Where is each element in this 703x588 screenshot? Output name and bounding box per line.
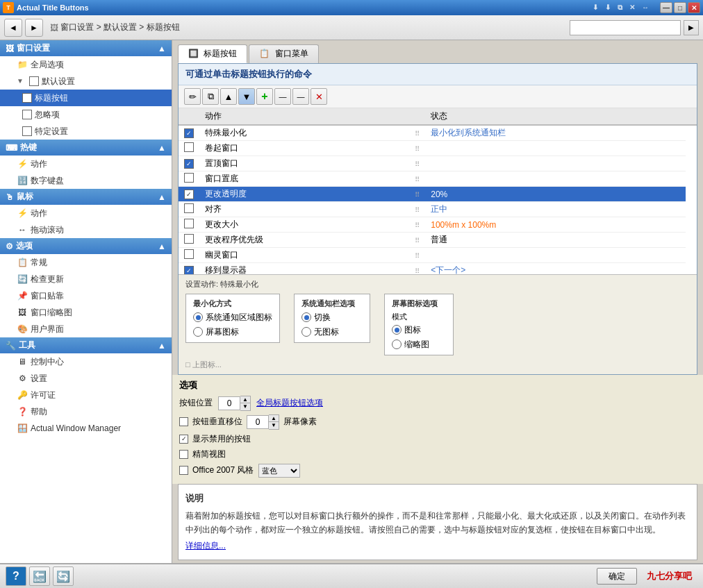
search-go-btn[interactable]: ▶ — [684, 20, 699, 35]
spin-up[interactable]: ▲ — [240, 396, 250, 403]
button-pos-input[interactable] — [218, 396, 240, 410]
sidebar-item-license[interactable]: 🔑 许可证 — [0, 387, 172, 403]
radio-noicon[interactable]: 无图标 — [301, 326, 363, 338]
vertical-offset-check[interactable] — [179, 417, 188, 426]
sidebar-item-control-center[interactable]: 🖥 控制中心 — [0, 353, 172, 370]
row-check-4[interactable] — [184, 173, 194, 183]
radio-thumbnail[interactable]: 缩略图 — [392, 339, 446, 351]
close-btn[interactable]: ✕ — [688, 2, 700, 13]
radio-screenicon-btn[interactable] — [193, 327, 203, 337]
sidebar-item-ignore[interactable]: 忽略项 — [0, 106, 172, 123]
forward-btn[interactable]: ► — [25, 19, 43, 37]
down-btn[interactable]: ▼ — [238, 88, 255, 105]
action-table: 动作 状态 ✓ 特殊最小化 ⠿ 最小化到系统通知栏 — [179, 108, 697, 274]
radio-systray[interactable]: 系统通知区域图标 — [193, 312, 272, 324]
sidebar-item-global[interactable]: 📁 全局选项 — [0, 56, 172, 73]
sidebar-item-thumbnail[interactable]: 🖼 窗口缩略图 — [0, 304, 172, 321]
tab-title-buttons[interactable]: 🔲 标题按钮 — [178, 44, 247, 63]
status-cell-10: <下一个> — [425, 263, 686, 274]
sticker-icon: 📌 — [17, 290, 28, 301]
radio-toggle[interactable]: 切换 — [301, 312, 363, 324]
add-btn[interactable]: + — [256, 88, 273, 105]
sidebar-header-hotkeys[interactable]: ⌨ 热键 ▲ — [0, 140, 172, 156]
sep-btn-2[interactable]: — — [292, 88, 309, 105]
row-check-5[interactable]: ✓ — [184, 190, 194, 199]
table-row[interactable]: 幽灵窗口 ⠿ — [179, 248, 697, 263]
radio-toggle-btn[interactable] — [301, 312, 311, 322]
sidebar-item-numkeyboard[interactable]: 🔢 数字键盘 — [0, 172, 172, 189]
office-check[interactable] — [179, 466, 188, 475]
sidebar-item-general[interactable]: 📋 常规 — [0, 254, 172, 271]
ok-btn[interactable]: 确定 — [597, 568, 637, 585]
sidebar-item-ui[interactable]: 🎨 用户界面 — [0, 321, 172, 337]
radio-thumbnail-btn[interactable] — [392, 339, 402, 349]
radio-icon[interactable]: 图标 — [392, 324, 446, 336]
table-row[interactable]: ✓ 特殊最小化 ⠿ 最小化到系统通知栏 — [179, 125, 697, 141]
table-row[interactable]: 窗口置底 ⠿ — [179, 171, 697, 187]
maximize-btn[interactable]: □ — [674, 2, 686, 13]
sidebar-item-drag[interactable]: ↔ 拖动滚动 — [0, 221, 172, 238]
spinner-arrows-2[interactable]: ▲ ▼ — [269, 414, 279, 430]
row-check-3[interactable]: ✓ — [184, 159, 194, 169]
sidebar-header-window-settings[interactable]: 🖼 窗口设置 ▲ — [0, 40, 172, 56]
details-link[interactable]: 详细信息... — [185, 541, 226, 551]
table-row[interactable]: 对齐 ⠿ 正中 — [179, 202, 697, 217]
copy-btn[interactable]: ⧉ — [202, 88, 219, 105]
sidebar-item-settings[interactable]: ⚙ 设置 — [0, 370, 172, 387]
sidebar-item-specific[interactable]: 特定设置 — [0, 123, 172, 140]
row-check-1[interactable]: ✓ — [184, 128, 194, 138]
help-footer-btn[interactable]: ? — [6, 566, 26, 586]
row-check-2[interactable] — [184, 142, 194, 152]
office-color-select[interactable]: 蓝色 银色 黑色 — [258, 464, 300, 478]
sidebar-header-options[interactable]: ⚙ 选项 ▲ — [0, 238, 172, 254]
sidebar-item-mouse-actions[interactable]: ⚡ 动作 — [0, 205, 172, 221]
sidebar-header-tools[interactable]: 🔧 工具 ▲ — [0, 337, 172, 353]
minimize-btn[interactable]: — — [660, 2, 672, 13]
sidebar-item-title-buttons[interactable]: ✓ 标题按钮 — [0, 90, 172, 106]
row-check-6[interactable] — [184, 203, 194, 213]
sidebar-item-check-updates[interactable]: 🔄 检查更新 — [0, 271, 172, 287]
footer-icons: ? 🔙 🔄 — [6, 566, 74, 586]
radio-systray-btn[interactable] — [193, 312, 203, 322]
vertical-offset-spinner[interactable]: ▲ ▼ — [247, 414, 279, 430]
spin-up-2[interactable]: ▲ — [269, 415, 279, 422]
sidebar-item-awm[interactable]: 🪟 Actual Window Manager — [0, 420, 172, 437]
radio-noicon-btn[interactable] — [301, 327, 311, 337]
breadcrumb: 🖼 窗口设置 > 默认设置 > 标题按钮 — [50, 22, 567, 33]
show-disabled-check[interactable] — [179, 435, 188, 444]
spinner-arrows[interactable]: ▲ ▼ — [240, 396, 251, 411]
sep-btn-1[interactable]: — — [274, 88, 291, 105]
refresh-footer-btn[interactable]: 🔄 — [53, 566, 74, 586]
search-input[interactable] — [570, 20, 681, 35]
radio-icon-btn[interactable] — [392, 325, 402, 335]
row-check-10[interactable]: ✓ — [184, 266, 194, 274]
spin-down[interactable]: ▼ — [240, 403, 250, 410]
sidebar-item-hotkey-actions[interactable]: ⚡ 动作 — [0, 156, 172, 172]
sidebar-item-default[interactable]: ▼ 默认设置 — [0, 73, 172, 90]
row-check-9[interactable] — [184, 249, 194, 259]
table-row[interactable]: 卷起窗口 ⠿ — [179, 141, 697, 156]
tab-window-menu[interactable]: 📋 窗口菜单 — [249, 44, 318, 63]
button-pos-spinner[interactable]: ▲ ▼ — [218, 396, 251, 411]
spin-down-2[interactable]: ▼ — [269, 422, 279, 429]
table-row[interactable]: 更改程序优先级 ⠿ 普通 — [179, 233, 697, 248]
edit-btn[interactable]: ✏ — [184, 88, 201, 105]
vertical-offset-input[interactable] — [247, 415, 269, 429]
simplified-check[interactable] — [179, 450, 188, 459]
radio-screenicon[interactable]: 屏幕图标 — [193, 326, 272, 338]
table-row[interactable]: ✓ 移到显示器 ⠿ <下一个> — [179, 263, 697, 274]
table-row[interactable]: 更改大小 ⠿ 100%m x 100%m — [179, 217, 697, 233]
sidebar-item-help[interactable]: ❓ 帮助 — [0, 403, 172, 420]
sidebar-item-stickers[interactable]: 📌 窗口贴靠 — [0, 287, 172, 304]
sidebar-header-mouse[interactable]: 🖱 鼠标 ▲ — [0, 189, 172, 205]
delete-btn[interactable]: ✕ — [311, 88, 327, 105]
row-check-7[interactable] — [184, 219, 194, 228]
back-btn[interactable]: ◄ — [4, 19, 22, 37]
up-btn[interactable]: ▲ — [220, 88, 237, 105]
back-footer-btn[interactable]: 🔙 — [29, 566, 50, 586]
table-row[interactable]: ✓ 置顶窗口 ⠿ — [179, 156, 697, 171]
row-check-8[interactable] — [184, 234, 194, 244]
title-bar-controls[interactable]: — □ ✕ — [660, 2, 700, 13]
global-link[interactable]: 全局标题按钮选项 — [256, 397, 323, 409]
table-row-selected[interactable]: ✓ 更改透明度 ⠿ 20% — [179, 187, 697, 202]
